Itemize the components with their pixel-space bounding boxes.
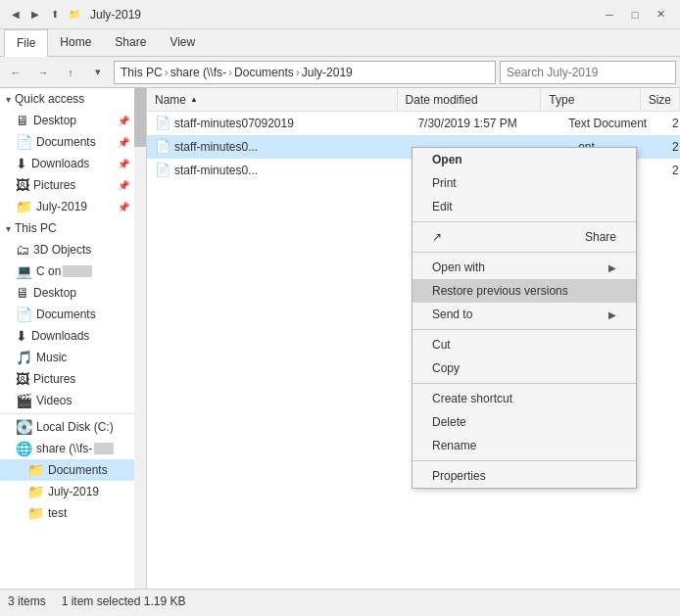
sidebar-item-share[interactable]: 🌐 share (\\fs- bbox=[0, 438, 135, 459]
ctx-edit[interactable]: Edit bbox=[413, 195, 636, 218]
col-header-date[interactable]: Date modified bbox=[398, 88, 542, 111]
quick-access-header[interactable]: ▾ Quick access bbox=[0, 88, 135, 110]
path-july2019-label: July-2019 bbox=[302, 66, 353, 79]
sidebar-item-documents-net[interactable]: 📁 Documents bbox=[0, 459, 135, 481]
sidebar-item-pictures-pc[interactable]: 🖼 Pictures bbox=[0, 368, 135, 390]
status-bar: 3 items 1 item selected 1.19 KB bbox=[0, 589, 680, 612]
ctx-rename[interactable]: Rename bbox=[413, 434, 636, 457]
selected-info: 1 item selected 1.19 KB bbox=[62, 594, 186, 608]
sidebar-desktop-pc-label: Desktop bbox=[33, 286, 76, 300]
localdisk-icon: 💽 bbox=[16, 419, 32, 435]
sidebar-documents-qa-label: Documents bbox=[36, 135, 96, 149]
sidebar-item-localdisk[interactable]: 💽 Local Disk (C:) bbox=[0, 416, 135, 438]
ctx-openwith[interactable]: Open with ▶ bbox=[413, 256, 636, 279]
ctx-create-shortcut[interactable]: Create shortcut bbox=[413, 387, 636, 410]
ctx-sep-1 bbox=[413, 221, 636, 222]
ctx-sendto[interactable]: Send to ▶ bbox=[413, 303, 636, 326]
file-icon-1: 📄 bbox=[155, 139, 170, 154]
tab-file[interactable]: File bbox=[4, 29, 48, 57]
sidebar-item-downloads-pc[interactable]: ⬇ Downloads bbox=[0, 325, 135, 347]
context-menu: Open Print Edit ↗ Share Open with ▶ Rest… bbox=[412, 147, 637, 489]
sidebar-item-pictures-qa[interactable]: 🖼 Pictures 📌 bbox=[0, 174, 135, 196]
ctx-cut[interactable]: Cut bbox=[413, 333, 636, 356]
sidebar-localdisk-label: Local Disk (C:) bbox=[36, 420, 114, 434]
up-icon[interactable]: ⬆ bbox=[47, 7, 63, 23]
search-input[interactable] bbox=[507, 66, 669, 79]
file-name-1: 📄 staff-minutes0... bbox=[147, 139, 410, 154]
col-header-type[interactable]: Type bbox=[541, 88, 640, 111]
sidebar-item-downloads-qa[interactable]: ⬇ Downloads 📌 bbox=[0, 153, 135, 174]
sidebar-con-label: C on bbox=[36, 264, 61, 278]
music-icon: 🎵 bbox=[16, 350, 32, 365]
thispc-label: This PC bbox=[15, 221, 57, 235]
file-icon-2: 📄 bbox=[155, 163, 170, 177]
sidebar-videos-label: Videos bbox=[36, 394, 72, 407]
tab-view[interactable]: View bbox=[158, 29, 207, 56]
back-icon[interactable]: ◀ bbox=[8, 7, 24, 23]
sidebar-item-july2019-qa[interactable]: 📁 July-2019 📌 bbox=[0, 196, 135, 217]
sidebar-item-videos[interactable]: 🎬 Videos bbox=[0, 390, 135, 411]
ctx-print[interactable]: Print bbox=[413, 171, 636, 195]
forward-button[interactable]: → bbox=[31, 61, 55, 84]
ctx-sep-3 bbox=[413, 329, 636, 330]
pictures-pc-icon: 🖼 bbox=[16, 371, 29, 387]
sendto-submenu-arrow: ▶ bbox=[608, 309, 616, 320]
up-button[interactable]: ↑ bbox=[59, 61, 82, 84]
sidebar-item-july2019-net[interactable]: 📁 July-2019 bbox=[0, 481, 135, 502]
sidebar-item-music[interactable]: 🎵 Music bbox=[0, 347, 135, 368]
ctx-restore[interactable]: Restore previous versions bbox=[413, 279, 636, 303]
sidebar-item-desktop-qa[interactable]: 🖥 Desktop 📌 bbox=[0, 110, 135, 131]
path-segment-share: share (\\fs- › bbox=[170, 66, 234, 79]
july2019-net-icon: 📁 bbox=[27, 484, 44, 499]
downloads-pc-icon: ⬇ bbox=[16, 328, 27, 344]
sidebar-item-documents-pc[interactable]: 📄 Documents bbox=[0, 304, 135, 325]
sidebar-item-3dobjects[interactable]: 🗂 3D Objects bbox=[0, 239, 135, 261]
documents-pc-icon: 📄 bbox=[16, 307, 32, 322]
sidebar-item-desktop-pc[interactable]: 🖥 Desktop bbox=[0, 282, 135, 304]
col-header-size[interactable]: Size bbox=[641, 88, 680, 111]
path-segment-july2019: July-2019 bbox=[302, 66, 353, 79]
sidebar-music-label: Music bbox=[36, 351, 67, 364]
ctx-copy[interactable]: Copy bbox=[413, 356, 636, 380]
sidebar-item-con[interactable]: 💻 C on bbox=[0, 261, 135, 282]
tab-share[interactable]: Share bbox=[103, 29, 158, 56]
ctx-delete[interactable]: Delete bbox=[413, 410, 636, 434]
ctx-sep-2 bbox=[413, 252, 636, 253]
ctx-properties[interactable]: Properties bbox=[413, 464, 636, 488]
sidebar-item-documents-qa[interactable]: 📄 Documents 📌 bbox=[0, 131, 135, 153]
ctx-sep-4 bbox=[413, 383, 636, 384]
folder-icon: 📁 bbox=[67, 7, 82, 23]
path-share-label: share (\\fs- bbox=[170, 66, 226, 79]
recent-locations-button[interactable]: ▾ bbox=[86, 61, 110, 84]
ctx-share[interactable]: ↗ Share bbox=[413, 225, 636, 249]
documents-icon: 📄 bbox=[16, 134, 32, 150]
ctx-open[interactable]: Open bbox=[413, 148, 636, 171]
sidebar-3dobjects-label: 3D Objects bbox=[33, 243, 91, 257]
thispc-header[interactable]: ▾ This PC bbox=[0, 217, 135, 239]
file-list: Name ▲ Date modified Type Size 📄 staff-m… bbox=[147, 88, 680, 589]
file-list-header: Name ▲ Date modified Type Size bbox=[147, 88, 680, 112]
search-box[interactable] bbox=[500, 61, 676, 84]
path-segment-documents: Documents › bbox=[234, 66, 302, 79]
col-header-name[interactable]: Name ▲ bbox=[147, 88, 398, 111]
close-button[interactable]: ✕ bbox=[649, 3, 672, 26]
minimize-button[interactable]: ─ bbox=[598, 3, 621, 26]
item-count: 3 items bbox=[8, 594, 46, 608]
sidebar-test-label: test bbox=[48, 506, 67, 520]
back-button[interactable]: ← bbox=[4, 61, 27, 84]
pin-icon-docs: 📌 bbox=[118, 137, 129, 148]
sidebar-divider-1 bbox=[0, 413, 135, 414]
pin-icon-pic: 📌 bbox=[118, 180, 129, 191]
sidebar-item-test[interactable]: 📁 test bbox=[0, 502, 135, 524]
sidebar-pictures-pc-label: Pictures bbox=[33, 372, 75, 386]
file-row-0[interactable]: 📄 staff-minutes07092019 7/30/2019 1:57 P… bbox=[147, 112, 680, 135]
maximize-button[interactable]: □ bbox=[623, 3, 647, 26]
sidebar-pictures-qa-label: Pictures bbox=[33, 178, 75, 192]
sidebar: ▾ Quick access 🖥 Desktop 📌 📄 Documents 📌… bbox=[0, 88, 147, 589]
videos-icon: 🎬 bbox=[16, 393, 32, 408]
tab-home[interactable]: Home bbox=[48, 29, 103, 56]
title-bar: ◀ ▶ ⬆ 📁 July-2019 ─ □ ✕ bbox=[0, 0, 680, 29]
sidebar-desktop-qa-label: Desktop bbox=[33, 114, 76, 127]
address-path[interactable]: This PC › share (\\fs- › Documents › Jul… bbox=[114, 61, 496, 84]
forward-icon[interactable]: ▶ bbox=[27, 7, 43, 23]
